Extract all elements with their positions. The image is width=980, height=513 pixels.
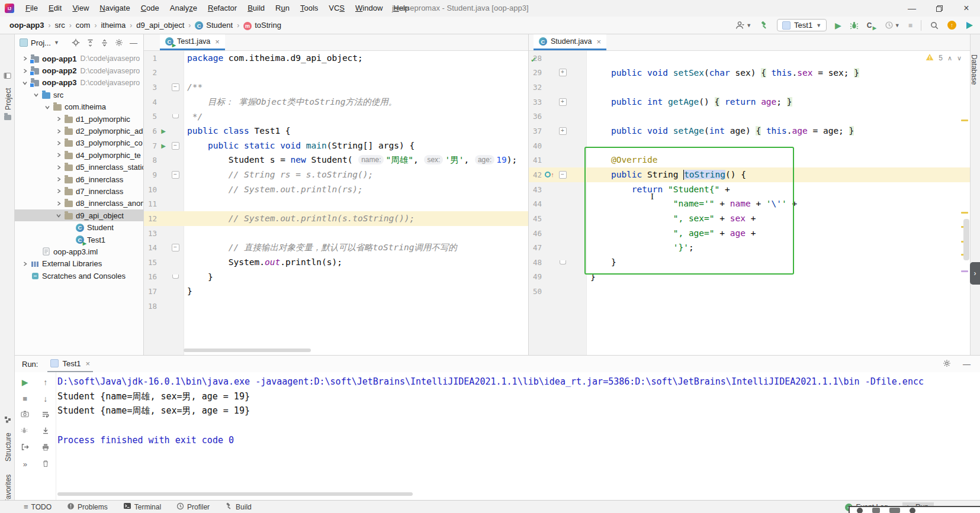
fold-marker[interactable]: − bbox=[557, 171, 568, 179]
override-method-icon[interactable]: ↑ bbox=[542, 171, 557, 178]
collapsed-panel-handle[interactable]: › bbox=[970, 262, 980, 285]
code-text[interactable]: return "Student{" + bbox=[590, 182, 730, 197]
info-stripe-mark[interactable] bbox=[961, 270, 968, 272]
scrollend-icon[interactable] bbox=[42, 427, 49, 436]
tree-item-src[interactable]: src bbox=[15, 89, 143, 101]
breadcrumb-item-itheima[interactable]: itheima bbox=[99, 20, 127, 30]
statusbar-item-profiler[interactable]: Profiler bbox=[176, 502, 210, 512]
code-text[interactable]: /** bbox=[187, 80, 203, 95]
breadcrumb-item-oop-app3[interactable]: oop-app3 bbox=[8, 20, 46, 30]
run-line-icon[interactable]: ▶ bbox=[157, 143, 170, 149]
tree-item-d7-innerclass[interactable]: d7_innerclass bbox=[15, 185, 143, 197]
project-tool-icon[interactable] bbox=[3, 72, 12, 79]
menu-item-window[interactable]: Window bbox=[350, 0, 388, 17]
gear-icon[interactable] bbox=[943, 359, 951, 369]
code-text[interactable]: public void setSex(char sex) { this.sex … bbox=[590, 66, 859, 80]
more-icon[interactable]: » bbox=[23, 460, 27, 469]
gear-icon[interactable] bbox=[115, 38, 123, 47]
fold-marker[interactable]: − bbox=[170, 83, 181, 91]
stop-gray-icon[interactable]: ■ bbox=[23, 394, 27, 403]
tree-item-d9-api-object[interactable]: d9_api_object bbox=[15, 209, 143, 221]
menu-item-build[interactable]: Build bbox=[242, 0, 270, 17]
chevron-down-icon[interactable] bbox=[31, 92, 41, 98]
run-tab-test1[interactable]: Test1 × bbox=[47, 356, 93, 372]
tree-item-d4-polymorphic-te[interactable]: d4_polymorphic_te bbox=[15, 149, 143, 161]
code-text[interactable]: // String rs = s.toString(); bbox=[187, 167, 373, 182]
run-icon[interactable]: ▶ bbox=[835, 21, 841, 30]
fold-marker[interactable]: + bbox=[557, 98, 568, 106]
chevron-right-icon[interactable] bbox=[53, 140, 63, 146]
chevron-right-icon[interactable] bbox=[53, 201, 63, 207]
fold-marker[interactable]: − bbox=[170, 244, 181, 251]
run-configuration-combo[interactable]: Test1▼ bbox=[777, 19, 827, 31]
inspection-widget[interactable]: 5 ∧ ∨ bbox=[926, 53, 962, 63]
menu-item-edit[interactable]: Edit bbox=[43, 0, 67, 17]
tree-item-scratches-and-consoles[interactable]: Scratches and Consoles bbox=[15, 270, 143, 282]
tree-item-d6-innerclass[interactable]: d6_innerclass bbox=[15, 173, 143, 185]
statusbar-item-todo[interactable]: ≡TODO bbox=[24, 502, 52, 511]
tree-item-oop-app3-iml[interactable]: oop-app3.iml bbox=[15, 246, 143, 257]
sidebar-item-favorites[interactable]: Favorites bbox=[4, 475, 12, 504]
sidebar-item-project[interactable]: Project bbox=[4, 88, 12, 110]
chevron-down-icon[interactable] bbox=[53, 212, 63, 218]
exit-icon[interactable] bbox=[21, 443, 29, 453]
profiler-icon[interactable]: ▼ bbox=[885, 21, 900, 30]
code-text[interactable]: } bbox=[590, 270, 596, 285]
code-text[interactable]: public String toString() { bbox=[590, 167, 746, 182]
code-text[interactable]: Student s = new Student( name:"周雄", sex:… bbox=[187, 153, 517, 167]
minimize-icon[interactable]: — bbox=[898, 0, 926, 17]
chevron-down-icon[interactable] bbox=[20, 80, 30, 86]
fold-marker[interactable]: − bbox=[170, 171, 181, 179]
tree-item-com-itheima[interactable]: com.itheima bbox=[15, 101, 143, 113]
prev-warning-icon[interactable]: ∧ bbox=[947, 54, 952, 62]
stop-icon[interactable]: ■ bbox=[908, 21, 912, 30]
restart-debug-icon[interactable] bbox=[21, 427, 29, 436]
tree-item-external-libraries[interactable]: External Libraries bbox=[15, 258, 143, 270]
fold-marker[interactable]: + bbox=[557, 127, 568, 135]
tab-test1-java[interactable]: C▶ Test1.java × bbox=[160, 34, 225, 50]
breadcrumb-item-src[interactable]: src bbox=[54, 20, 66, 30]
chevron-right-icon[interactable] bbox=[20, 56, 30, 62]
menu-item-navigate[interactable]: Navigate bbox=[94, 0, 135, 17]
run-console[interactable]: D:\soft\Java\jdk-16.0.1\bin\java.exe -ja… bbox=[56, 372, 980, 500]
code-text[interactable]: public int getAge() { return age; } bbox=[590, 95, 792, 109]
code-text[interactable]: } bbox=[187, 284, 192, 299]
rerun-icon[interactable]: ▶ bbox=[22, 378, 28, 387]
code-text[interactable]: 目标： 掌握Object类中toString方法的使用。 bbox=[187, 95, 397, 109]
chevron-right-icon[interactable] bbox=[53, 188, 63, 194]
editor-test1[interactable]: C▶ Test1.java × 1package com.itheima.d9_… bbox=[144, 34, 529, 355]
ide-play-icon[interactable] bbox=[965, 21, 974, 30]
fold-marker[interactable] bbox=[557, 260, 568, 264]
console-horizontal-scrollbar[interactable] bbox=[57, 492, 413, 496]
tree-item-d5-innerclass-static[interactable]: d5_innerclass_static bbox=[15, 162, 143, 173]
structure-icon[interactable] bbox=[3, 416, 12, 423]
user-icon[interactable]: ▼ bbox=[735, 21, 751, 30]
tree-item-d1-polymorphic[interactable]: d1_polymorphic bbox=[15, 113, 143, 125]
code-text[interactable]: public void setAge(int age) { this.age =… bbox=[590, 124, 854, 138]
softwrap-icon[interactable] bbox=[41, 411, 50, 420]
menu-item-analyze[interactable]: Analyze bbox=[165, 0, 203, 17]
chevron-right-icon[interactable] bbox=[53, 176, 63, 182]
code-text[interactable]: // System.out.println(rs); bbox=[187, 182, 363, 197]
statusbar-item-terminal[interactable]: Terminal bbox=[123, 502, 161, 511]
chevron-right-icon[interactable] bbox=[20, 261, 30, 267]
menu-item-run[interactable]: Run bbox=[270, 0, 295, 17]
locate-icon[interactable] bbox=[72, 38, 80, 47]
trash-icon[interactable] bbox=[42, 460, 49, 469]
no-problems-check-icon[interactable]: ✓ bbox=[531, 56, 536, 64]
tree-item-d8-innerclass-anony[interactable]: d8_innerclass_anony bbox=[15, 198, 143, 209]
tree-item-d3-polymorphic-co[interactable]: d3_polymorphic_co bbox=[15, 137, 143, 149]
code-text[interactable]: ", age=" + age + bbox=[590, 226, 756, 241]
statusbar-item-build[interactable]: Build bbox=[225, 502, 252, 512]
warning-stripe-mark[interactable] bbox=[961, 212, 968, 214]
breadcrumb-item-com[interactable]: com bbox=[75, 20, 92, 30]
close-icon[interactable]: × bbox=[597, 37, 602, 46]
update-icon[interactable]: ↑ bbox=[947, 21, 956, 30]
menu-item-view[interactable]: View bbox=[67, 0, 94, 17]
maximize-icon[interactable] bbox=[926, 0, 953, 17]
print-icon[interactable] bbox=[41, 443, 50, 453]
vertical-scrollbar[interactable] bbox=[963, 219, 969, 260]
editor-student[interactable]: C Student.java × 2829+ public void setSe… bbox=[529, 34, 970, 355]
code-text[interactable]: package com.itheima.d9_api_object; bbox=[187, 51, 363, 66]
close-icon[interactable]: × bbox=[953, 0, 980, 17]
